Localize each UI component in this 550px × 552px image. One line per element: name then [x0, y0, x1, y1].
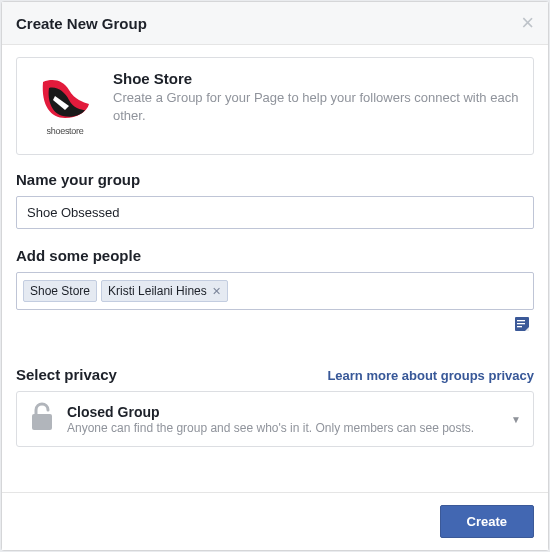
- privacy-header-row: Select privacy Learn more about groups p…: [16, 366, 534, 383]
- chip-remove-icon[interactable]: ✕: [212, 285, 221, 298]
- learn-more-link[interactable]: Learn more about groups privacy: [327, 368, 534, 383]
- close-icon[interactable]: ×: [521, 14, 534, 32]
- page-info-card: shoestore Shoe Store Create a Group for …: [16, 57, 534, 155]
- create-group-dialog: Create New Group × shoestore Shoe Store …: [1, 1, 549, 551]
- select-privacy-label: Select privacy: [16, 366, 117, 383]
- page-name: Shoe Store: [113, 70, 521, 87]
- add-people-label: Add some people: [16, 247, 534, 264]
- svg-rect-4: [32, 414, 52, 430]
- svg-rect-1: [517, 320, 525, 321]
- svg-rect-2: [517, 323, 525, 324]
- dialog-body: shoestore Shoe Store Create a Group for …: [2, 45, 548, 492]
- add-people-input[interactable]: Shoe Store Kristi Leilani Hines ✕: [16, 272, 534, 310]
- dialog-header: Create New Group ×: [2, 2, 548, 45]
- privacy-option-description: Anyone can find the group and see who's …: [67, 421, 499, 435]
- create-button[interactable]: Create: [440, 505, 534, 538]
- page-description: Create a Group for your Page to help you…: [113, 89, 521, 124]
- lock-open-icon: [29, 402, 55, 436]
- privacy-option-text: Closed Group Anyone can find the group a…: [67, 404, 499, 435]
- dialog-footer: Create: [2, 492, 548, 550]
- privacy-dropdown[interactable]: Closed Group Anyone can find the group a…: [16, 391, 534, 447]
- page-info-text: Shoe Store Create a Group for your Page …: [113, 70, 521, 124]
- name-group-label: Name your group: [16, 171, 534, 188]
- people-actions: [16, 314, 534, 336]
- add-note-icon[interactable]: [514, 316, 530, 336]
- chip-label: Shoe Store: [30, 284, 90, 298]
- chip-label: Kristi Leilani Hines: [108, 284, 207, 298]
- page-logo-caption: shoestore: [47, 126, 84, 136]
- chevron-down-icon: ▼: [511, 414, 521, 425]
- privacy-option-title: Closed Group: [67, 404, 499, 420]
- dialog-title: Create New Group: [16, 15, 147, 32]
- person-chip[interactable]: Kristi Leilani Hines ✕: [101, 280, 228, 302]
- person-chip[interactable]: Shoe Store: [23, 280, 97, 302]
- svg-rect-3: [517, 326, 522, 327]
- page-logo: shoestore: [29, 70, 101, 142]
- group-name-input[interactable]: [16, 196, 534, 229]
- shoe-store-logo-icon: [35, 76, 95, 124]
